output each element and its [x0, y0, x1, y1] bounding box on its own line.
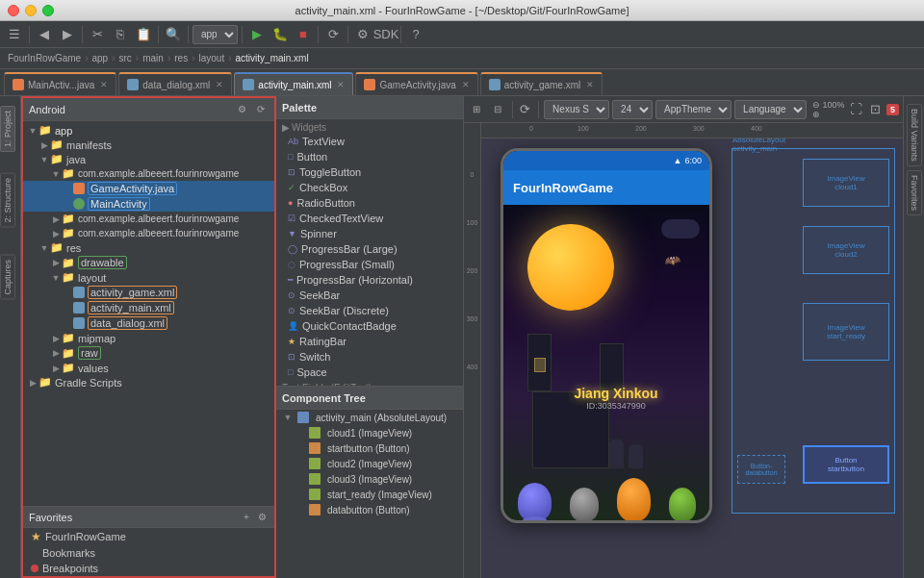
comp-cloud1[interactable]: cloud1 (ImageView) — [276, 425, 463, 440]
tab-close-mainactivity[interactable]: ✕ — [100, 80, 108, 89]
design-refresh[interactable]: ⟳ — [517, 100, 533, 119]
tree-item-mipmap[interactable]: ▶ 📁 mipmap — [23, 331, 274, 345]
tree-item-package3[interactable]: ▶ 📁 com.example.albeeert.fourinrowgame — [23, 226, 274, 240]
tree-item-data-dialog-file[interactable]: data_dialog.xml — [23, 315, 274, 331]
comp-startbutton[interactable]: startbutton (Button) — [276, 440, 463, 456]
palette-item-switch[interactable]: ⊡Switch — [276, 349, 463, 364]
comp-cloud3[interactable]: cloud3 (ImageView) — [276, 471, 463, 487]
palette-item-seekbar[interactable]: ⊙SeekBar — [276, 288, 463, 303]
tree-item-activity-main-file[interactable]: activity_main.xml — [23, 300, 274, 315]
design-mode-design[interactable]: ⊞ — [468, 100, 486, 119]
minimize-button[interactable] — [25, 5, 37, 16]
sdk-button[interactable]: SDK — [375, 25, 397, 44]
traffic-lights[interactable] — [8, 5, 54, 16]
app-dropdown[interactable]: app — [192, 25, 238, 44]
tree-item-java[interactable]: ▼ 📁 java — [23, 152, 274, 166]
bc-fourinrowgame[interactable]: FourInRowGame — [8, 53, 81, 63]
maximize-button[interactable] — [42, 5, 54, 16]
tree-item-drawable[interactable]: ▶ 📁 drawable — [23, 255, 274, 270]
tree-item-res[interactable]: ▼ 📁 res — [23, 240, 274, 255]
tab-close-gameactivity[interactable]: ✕ — [462, 80, 470, 89]
tree-item-activity-game-file[interactable]: activity_game.xml — [23, 285, 274, 300]
tree-item-gameactivity[interactable]: GameActivity.java — [23, 181, 274, 196]
bc-main[interactable]: main — [142, 53, 164, 63]
tree-item-manifests[interactable]: ▶ 📁 manifests — [23, 138, 274, 152]
design-canvas[interactable]: ▲ 6:00 FourInRowGame — [481, 138, 903, 578]
palette-item-checkedtextview[interactable]: ☑CheckedTextView — [276, 211, 463, 226]
cut-button[interactable]: ✂ — [87, 25, 108, 44]
palette-item-togglebutton[interactable]: ⊡ToggleButton — [276, 164, 463, 180]
fav-bookmarks[interactable]: Bookmarks — [23, 545, 274, 561]
language-dropdown[interactable]: Language — [734, 100, 807, 119]
bc-src[interactable]: src — [119, 53, 132, 63]
copy-button[interactable]: ⎘ — [110, 25, 131, 44]
stop-button[interactable]: ■ — [293, 25, 314, 44]
side-panel-tabs: 1: Project 2: Structure Captures — [0, 96, 21, 578]
palette-item-ratingbar[interactable]: ★RatingBar — [276, 334, 463, 349]
design-mode-blueprint[interactable]: ⊟ — [489, 100, 507, 119]
palette-item-button[interactable]: □Button — [276, 149, 463, 164]
tab-activity-main[interactable]: activity_main.xml ✕ — [234, 72, 353, 95]
tab-gameactivity[interactable]: GameActivity.java ✕ — [355, 72, 477, 95]
search-button[interactable]: 🔍 — [163, 25, 184, 44]
api-dropdown[interactable]: 24 — [612, 100, 653, 119]
comp-cloud2[interactable]: cloud2 (ImageView) — [276, 456, 463, 471]
palette-item-spinner[interactable]: ▼Spinner — [276, 226, 463, 241]
tree-item-layout[interactable]: ▼ 📁 layout — [23, 270, 274, 285]
tree-item-package1[interactable]: ▼ 📁 com.example.albeeert.fourinrowgame — [23, 166, 274, 181]
project-settings[interactable]: ⚙ — [234, 102, 249, 117]
palette-item-textview[interactable]: AbTextView — [276, 134, 463, 149]
project-sync[interactable]: ⟳ — [253, 102, 269, 117]
favorites-add[interactable]: + — [240, 511, 253, 524]
bc-layout[interactable]: layout — [198, 53, 224, 63]
favorites-settings[interactable]: ⚙ — [255, 511, 269, 524]
palette-item-checkbox[interactable]: ✓CheckBox — [276, 180, 463, 195]
captures-tab[interactable]: Captures — [0, 255, 15, 300]
tree-item-raw[interactable]: ▶ 📁 raw — [23, 345, 274, 361]
debug-button[interactable]: 🐛 — [270, 25, 291, 44]
palette-item-space[interactable]: □Space — [276, 364, 463, 380]
favorites-tab-right[interactable]: Favorites — [907, 170, 922, 215]
project-tab[interactable]: 1: Project — [0, 106, 15, 152]
comp-activity-main[interactable]: ▼ activity_main (AbsoluteLayout) — [276, 410, 463, 425]
bc-app[interactable]: app — [91, 53, 108, 63]
refresh-layout[interactable]: ⊡ — [867, 100, 884, 119]
back-button[interactable]: ◀ — [34, 25, 55, 44]
tree-item-mainactivity[interactable]: MainActivity — [23, 196, 274, 212]
fav-breakpoints[interactable]: Breakpoints — [23, 561, 274, 576]
tab-close-data-dialog[interactable]: ✕ — [216, 80, 223, 89]
tab-mainactivity[interactable]: MainActiv...java ✕ — [4, 72, 116, 95]
sync-button[interactable]: ⟳ — [322, 25, 344, 44]
comp-start-ready[interactable]: start_ready (ImageView) — [276, 487, 463, 502]
tree-item-values[interactable]: ▶ 📁 values — [23, 361, 274, 375]
tab-close-activity-game[interactable]: ✕ — [586, 80, 594, 89]
close-button[interactable] — [8, 5, 19, 16]
paste-button[interactable]: 📋 — [133, 25, 154, 44]
theme-dropdown[interactable]: AppTheme — [655, 100, 732, 119]
build-button[interactable]: ⚙ — [352, 25, 373, 44]
forward-button[interactable]: ▶ — [57, 25, 78, 44]
palette-item-seekbar-discrete[interactable]: ⊙SeekBar (Discrete) — [276, 303, 463, 318]
tab-close-activity-main[interactable]: ✕ — [337, 80, 345, 89]
palette-item-progressbar-large[interactable]: ◯ProgressBar (Large) — [276, 241, 463, 257]
bc-activity-main[interactable]: activity_main.xml — [236, 53, 309, 63]
build-variants-tab[interactable]: Build Variants — [907, 104, 922, 166]
tab-data-dialog[interactable]: data_dialog.xml ✕ — [118, 72, 232, 95]
palette-item-radiobutton[interactable]: ●RadioButton — [276, 195, 463, 211]
menu-button[interactable]: ☰ — [4, 25, 25, 44]
run-button[interactable]: ▶ — [246, 25, 268, 44]
help-button[interactable]: ? — [405, 25, 426, 44]
device-dropdown[interactable]: Nexus S — [544, 100, 609, 119]
palette-item-progressbar-small[interactable]: ◌ProgressBar (Small) — [276, 257, 463, 272]
comp-databutton[interactable]: databutton (Button) — [276, 502, 463, 517]
bc-res[interactable]: res — [174, 53, 188, 63]
fullscreen-button[interactable]: ⛶ — [848, 100, 864, 119]
tab-activity-game[interactable]: activity_game.xml ✕ — [480, 72, 603, 95]
tree-item-gradle[interactable]: ▶ 📁 Gradle Scripts — [23, 375, 274, 390]
structure-tab[interactable]: 2: Structure — [0, 173, 15, 228]
palette-item-quickcontact[interactable]: 👤QuickContactBadge — [276, 318, 463, 334]
palette-item-progressbar-h[interactable]: ━ProgressBar (Horizontal) — [276, 272, 463, 288]
tree-item-app[interactable]: ▼ 📁 app — [23, 123, 274, 138]
tree-item-package2[interactable]: ▶ 📁 com.example.albeeert.fourinrowgame — [23, 212, 274, 226]
fav-fourinrowgame[interactable]: ★ FourInRowGame — [23, 528, 274, 545]
